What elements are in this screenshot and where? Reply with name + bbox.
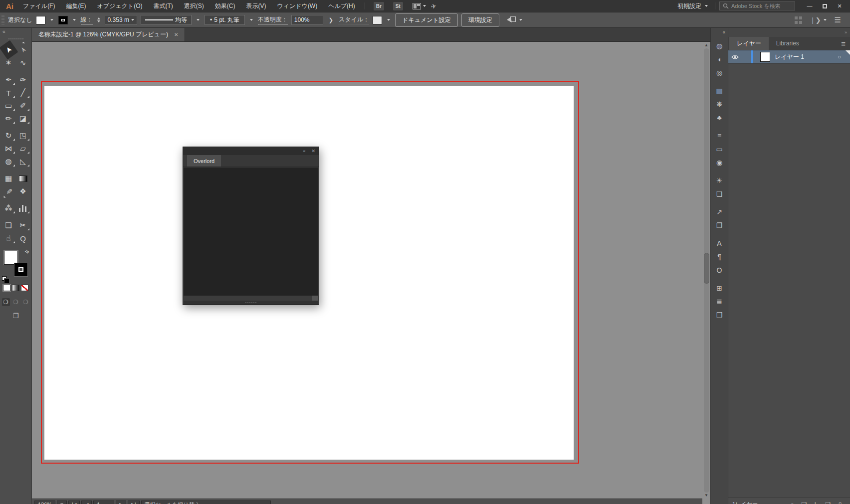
stroke-weight-stepper[interactable]	[96, 17, 101, 22]
panel-menu-icon[interactable]: ≡	[837, 37, 850, 50]
stock-search-input[interactable]: Adobe Stock を検索	[719, 1, 795, 10]
draw-behind-button[interactable]: ❍	[12, 298, 20, 306]
screen-mode-button[interactable]: ❐	[13, 312, 19, 320]
panel-icon-asset-export[interactable]: ↗	[712, 205, 727, 218]
rocket-icon[interactable]: ✈	[430, 2, 437, 10]
layer-name[interactable]: レイヤー 1	[775, 53, 838, 61]
bridge-button[interactable]: Br	[374, 2, 384, 10]
rectangle-tool[interactable]: ▭	[1, 99, 16, 112]
panel-icon-libraries[interactable]: ❐	[712, 218, 727, 232]
hand-tool[interactable]: ☝	[1, 232, 16, 245]
arrange-documents-icon[interactable]	[413, 3, 421, 9]
close-button[interactable]: ✕	[832, 0, 847, 11]
toolbar-collapse-icon[interactable]: «	[0, 28, 8, 35]
new-layer-button[interactable]: ❑	[822, 499, 834, 504]
stroke-dropdown[interactable]	[71, 15, 77, 25]
panel-icon-opentype[interactable]: O	[712, 263, 727, 277]
lasso-tool[interactable]: ∿	[16, 56, 30, 69]
panel-icon-gradient[interactable]: ▭	[712, 142, 727, 156]
artboard-tool[interactable]: ❏	[1, 219, 16, 232]
artboard-number-field[interactable]: 1	[93, 501, 114, 504]
layer-row[interactable]: レイヤー 1 ○	[728, 50, 850, 64]
zoom-dropdown[interactable]	[57, 501, 67, 504]
panel-icon-character[interactable]: A	[712, 236, 727, 250]
panel-icon-color-guide[interactable]: ◖	[712, 52, 727, 66]
panel-dock-icon[interactable]: ❘❯	[810, 16, 821, 24]
zoom-tool[interactable]: Q	[16, 232, 30, 245]
brush-dropdown[interactable]	[248, 15, 254, 25]
none-mode-button[interactable]	[21, 285, 28, 291]
menu-type[interactable]: 書式(T)	[148, 2, 178, 10]
panel-icon-stroke[interactable]: ≡	[712, 129, 727, 142]
fill-color-swatch[interactable]	[36, 16, 45, 24]
rotate-tool[interactable]: ↻	[1, 129, 16, 142]
stock-button[interactable]: St	[393, 2, 403, 10]
scroll-down-icon[interactable]: ▼	[704, 494, 708, 498]
swap-fill-stroke-icon[interactable]: ⇄	[23, 248, 30, 255]
mesh-tool[interactable]: ▦	[1, 172, 16, 185]
lock-toggle[interactable]	[742, 50, 751, 63]
stroke-label[interactable]: 線：	[81, 15, 93, 25]
scrollbar-track[interactable]	[704, 48, 709, 493]
menu-file[interactable]: ファイル(F)	[17, 2, 60, 10]
stroke-color-swatch[interactable]	[58, 16, 68, 24]
layer-target-icon[interactable]: ○	[838, 54, 850, 60]
touch-workspace-icon[interactable]	[795, 16, 802, 24]
panel-icon-swatches[interactable]: ▦	[712, 84, 727, 97]
eyedropper-tool[interactable]: ✎	[2, 184, 15, 199]
symbol-sprayer-tool[interactable]: ⁂	[1, 202, 16, 215]
free-transform-tool[interactable]: ▱	[16, 142, 30, 155]
overlord-bottom-grip[interactable]	[184, 301, 318, 305]
panel-icon-transparency[interactable]: ◉	[712, 156, 727, 169]
perspective-grid-tool[interactable]: ◺	[16, 155, 30, 168]
preferences-button[interactable]: 環境設定	[461, 13, 499, 27]
visibility-toggle[interactable]	[728, 50, 742, 63]
delete-layer-button[interactable]: ▯	[834, 499, 846, 504]
canvas-area[interactable]: « ✕ Overlord ▲ ▼ 126% |◀	[32, 42, 710, 504]
panel-icon-paragraph[interactable]: ¶	[712, 250, 727, 263]
panel-icon-navigator[interactable]: ◎	[712, 66, 727, 79]
menu-view[interactable]: 表示(V)	[240, 2, 271, 10]
panel-icon-align[interactable]: ≣	[712, 295, 727, 308]
overlord-close-icon[interactable]: ✕	[311, 149, 315, 154]
document-tab[interactable]: 名称未設定-1 @ 126% (CMYK/GPU プレビュー) ✕	[32, 28, 185, 41]
default-fill-stroke-icon[interactable]	[2, 276, 6, 281]
workspace-switcher[interactable]: 初期設定	[674, 2, 711, 10]
control-panel-menu-icon[interactable]: ☰	[835, 15, 841, 24]
overlord-panel[interactable]: « ✕ Overlord	[183, 147, 319, 305]
paintbrush-tool[interactable]: ✐	[16, 99, 30, 112]
curvature-tool[interactable]: ✑	[16, 73, 30, 86]
menu-help[interactable]: ヘルプ(H)	[323, 2, 361, 10]
panel-icon-appearance[interactable]: ☀	[712, 173, 727, 187]
last-artboard-button[interactable]: ▶|	[128, 501, 139, 504]
slice-tool[interactable]: ✂	[16, 219, 30, 232]
eraser-tool[interactable]: ◪	[16, 112, 30, 125]
scrollbar-thumb[interactable]	[704, 253, 709, 284]
draw-normal-button[interactable]: ❍	[2, 298, 10, 306]
dock-expand-icon[interactable]: «	[722, 29, 728, 35]
shape-builder-tool[interactable]: ◍	[1, 155, 16, 168]
column-graph-tool[interactable]	[16, 202, 30, 215]
overlord-collapse-icon[interactable]: «	[303, 149, 305, 154]
overlord-scrollbar[interactable]	[184, 296, 318, 301]
status-hint-field[interactable]: 選択ツールを切り替え	[141, 501, 271, 504]
opacity-field[interactable]: 100%	[291, 15, 323, 25]
blend-tool[interactable]: ❖	[16, 185, 30, 198]
canvas-vertical-scrollbar[interactable]: ▲ ▼	[703, 43, 710, 498]
overlord-tab[interactable]: Overlord	[187, 155, 221, 167]
layer-thumbnail[interactable]	[760, 52, 770, 62]
panel-icon-brushes[interactable]: ❋	[712, 97, 727, 111]
line-segment-tool[interactable]: ╱	[16, 86, 30, 99]
toolbar-grip[interactable]	[8, 38, 23, 39]
brush-field[interactable]: • 5 pt. 丸筆	[205, 15, 245, 25]
stroke-profile-dropdown[interactable]	[195, 15, 201, 25]
color-mode-button[interactable]	[3, 285, 10, 291]
fill-dropdown[interactable]	[49, 15, 55, 25]
overlord-titlebar[interactable]: « ✕	[183, 147, 319, 155]
next-artboard-button[interactable]: ▶	[116, 501, 126, 504]
menu-effect[interactable]: 効果(C)	[210, 2, 241, 10]
panel-icon-symbols[interactable]: ♣	[712, 111, 727, 124]
chevron-down-icon[interactable]	[824, 19, 827, 21]
tab-close-icon[interactable]: ✕	[174, 32, 178, 37]
locate-object-button[interactable]: ○	[786, 499, 798, 504]
